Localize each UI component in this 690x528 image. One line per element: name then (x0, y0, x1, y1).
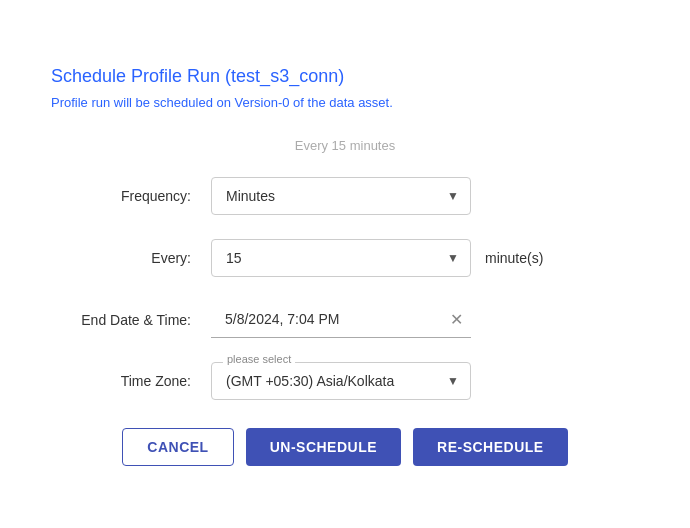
frequency-select[interactable]: Minutes Hours Days Weeks (211, 177, 471, 215)
every-control: 1 5 10 15 30 45 60 ▼ (211, 239, 471, 277)
modal-title: Schedule Profile Run (test_s3_conn) (51, 66, 639, 87)
modal-subtitle: Profile run will be scheduled on Version… (51, 95, 639, 110)
clear-datetime-icon[interactable]: ✕ (450, 312, 463, 328)
timezone-label: Time Zone: (51, 373, 211, 389)
end-datetime-input[interactable] (211, 301, 471, 338)
end-datetime-label: End Date & Time: (51, 312, 211, 328)
reschedule-button[interactable]: RE-SCHEDULE (413, 428, 568, 466)
every-label: Every: (51, 250, 211, 266)
frequency-label: Frequency: (51, 188, 211, 204)
end-datetime-row: End Date & Time: ✕ (51, 301, 639, 338)
unschedule-button[interactable]: UN-SCHEDULE (246, 428, 401, 466)
frequency-row: Frequency: Minutes Hours Days Weeks ▼ (51, 177, 639, 215)
every-select[interactable]: 1 5 10 15 30 45 60 (211, 239, 471, 277)
timezone-float-label: please select (223, 353, 295, 365)
cancel-button[interactable]: CANCEL (122, 428, 233, 466)
frequency-preview: Every 15 minutes (51, 138, 639, 153)
every-suffix: minute(s) (485, 250, 543, 266)
end-datetime-wrapper: ✕ (211, 301, 471, 338)
frequency-select-wrapper: Minutes Hours Days Weeks ▼ (211, 177, 471, 215)
modal-footer: CANCEL UN-SCHEDULE RE-SCHEDULE (51, 428, 639, 466)
every-select-wrapper: 1 5 10 15 30 45 60 ▼ (211, 239, 471, 277)
every-row: Every: 1 5 10 15 30 45 60 ▼ minute(s) (51, 239, 639, 277)
timezone-row: Time Zone: please select (GMT +05:30) As… (51, 362, 639, 400)
frequency-control: Minutes Hours Days Weeks ▼ (211, 177, 471, 215)
timezone-select-wrapper: please select (GMT +05:30) Asia/Kolkata … (211, 362, 471, 400)
timezone-control: please select (GMT +05:30) Asia/Kolkata … (211, 362, 471, 400)
timezone-select[interactable]: (GMT +05:30) Asia/Kolkata (GMT +00:00) U… (211, 362, 471, 400)
title-suffix: (test_s3_conn) (220, 66, 344, 86)
title-main: Schedule Profile Run (51, 66, 220, 86)
schedule-profile-modal: Schedule Profile Run (test_s3_conn) Prof… (15, 38, 675, 490)
